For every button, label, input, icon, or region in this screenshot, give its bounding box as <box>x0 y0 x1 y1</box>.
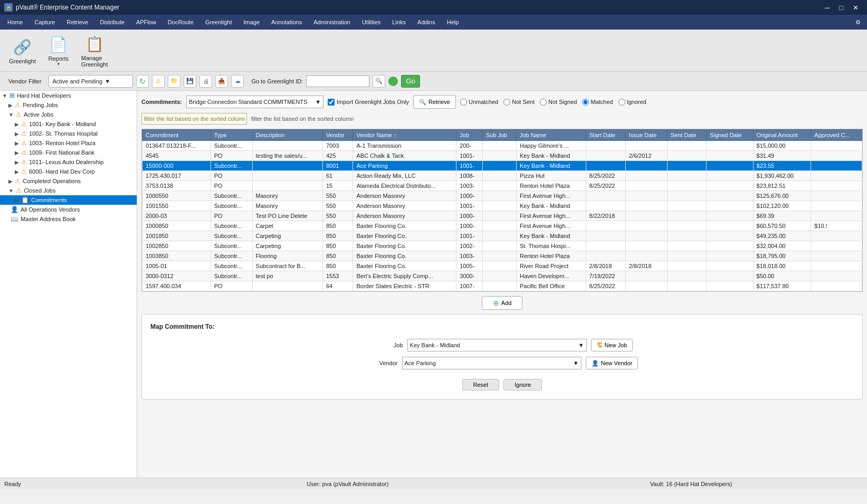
menu-docroute[interactable]: DocRoute <box>163 17 199 27</box>
sidebar-item-1009[interactable]: ▶ ⚠ 1009- First National Bank <box>0 148 137 157</box>
warning-icon[interactable]: ⚠ <box>152 75 165 88</box>
menu-image[interactable]: Image <box>239 17 265 27</box>
add-btn-label: Add <box>501 300 512 306</box>
menu-annotations[interactable]: Annotations <box>266 17 307 27</box>
sidebar-item-pending-jobs[interactable]: ▶ ⚠ Pending Jobs <box>0 100 137 110</box>
sidebar-item-closed[interactable]: ▼ ⚠ Closed Jobs <box>0 186 137 195</box>
radio-not-signed[interactable]: Not Signed <box>540 99 577 106</box>
table-row[interactable]: 1725.430.017PO61Action Ready Mix, LLC100… <box>142 171 862 181</box>
table-row[interactable]: 2000-03POTest PO Line Delete550Anderson … <box>142 211 862 221</box>
table-row[interactable]: 1000850Subcontr...Carpet850Baxter Floori… <box>142 221 862 231</box>
retrieve-button[interactable]: 🔍 Retrieve <box>413 95 456 109</box>
expand-icon-pending: ▶ <box>8 102 13 108</box>
table-row[interactable]: 3753.0138PO15Alameda Electrical Distribu… <box>142 181 862 191</box>
manage-greenlight-toolbar-button[interactable]: 📋 ManageGreenlight <box>77 33 113 69</box>
col-type[interactable]: Type <box>211 130 252 141</box>
ignore-button[interactable]: Ignore <box>503 379 542 391</box>
refresh-icon[interactable]: ↻ <box>136 75 149 88</box>
table-row[interactable]: 1001550Subcontr...Masonry550Anderson Mas… <box>142 201 862 211</box>
table-row[interactable]: 1003850Subcontr...Flooring850Baxter Floo… <box>142 251 862 261</box>
col-sent-date[interactable]: Sent Date <box>667 130 706 141</box>
col-vendor-name[interactable]: Vendor Name ↑ <box>353 130 456 141</box>
close-button[interactable]: ✕ <box>849 3 863 13</box>
table-row[interactable]: 15000-000Subcontr...8001Ace Parking1001-… <box>142 161 862 171</box>
sidebar-item-1011[interactable]: ▶ ⚠ 1011- Lexus Auto Dealership <box>0 157 137 167</box>
menu-apflow[interactable]: APFlow <box>131 17 161 27</box>
greenlight-id-input[interactable] <box>306 75 369 87</box>
table-cell: $18,795.00 <box>753 251 811 261</box>
sidebar-item-commitments[interactable]: ▶ 📋 Commitments <box>0 195 137 205</box>
reset-button[interactable]: Reset <box>462 379 500 391</box>
radio-ignored[interactable]: Ignored <box>618 99 646 106</box>
radio-unmatched[interactable]: Unmatched <box>460 99 498 106</box>
sidebar-item-1003[interactable]: ▶ ⚠ 1003- Renton Hotel Plaza <box>0 138 137 148</box>
menu-home[interactable]: Home <box>2 17 28 27</box>
import-checkbox-label[interactable]: Import Greenlight Jobs Only <box>328 99 409 106</box>
export-icon[interactable]: 📤 <box>215 75 228 88</box>
greenlight-toolbar-button[interactable]: 🔗 Greenlight <box>4 33 41 69</box>
menu-capture[interactable]: Capture <box>29 17 60 27</box>
add-button[interactable]: ⊕ Add <box>482 296 523 310</box>
menu-retrieve[interactable]: Retrieve <box>61 17 93 27</box>
sidebar-item-6000[interactable]: ▶ ⚠ 6000- Hard Hat Dev Corp <box>0 167 137 176</box>
table-row[interactable]: 3000-0312Subcontr...test po1553Bert's El… <box>142 271 862 281</box>
job-select[interactable]: Key Bank - Midland ▼ <box>407 339 587 351</box>
new-vendor-button[interactable]: 👤 New Vendor <box>586 357 639 369</box>
new-job-button[interactable]: 🏗 New Job <box>591 339 633 351</box>
maximize-button[interactable]: □ <box>835 3 847 13</box>
col-sub-job[interactable]: Sub Job <box>482 130 516 141</box>
sidebar-item-all-vendors[interactable]: 👤 All Operations Vendors <box>0 205 137 214</box>
go-button[interactable]: Go <box>401 75 420 88</box>
vendor-select[interactable]: Ace Parking ▼ <box>402 357 582 369</box>
col-commitment[interactable]: Commitment <box>142 130 211 141</box>
table-row[interactable]: 1005-01Subcontr...Subcontract for B...85… <box>142 261 862 271</box>
menu-administration[interactable]: Administration <box>308 17 356 27</box>
folder-icon[interactable]: 📁 <box>168 75 180 88</box>
menu-distribute[interactable]: Distribute <box>94 17 129 27</box>
table-cell: 1000- <box>456 191 482 201</box>
col-job-name[interactable]: Job Name <box>516 130 586 141</box>
table-cell <box>586 161 625 171</box>
menu-help[interactable]: Help <box>442 17 464 27</box>
table-cell <box>811 151 862 161</box>
job-1009-label: 1009- First National Bank <box>29 149 94 156</box>
minimize-button[interactable]: ─ <box>821 3 834 13</box>
commitments-filter-dropdown[interactable]: Bridge Connection Standard COMMITMENTS ▼ <box>186 96 323 108</box>
col-original-amount[interactable]: Original Amount <box>753 130 811 141</box>
sidebar-item-company[interactable]: ▼ ⊞ Hard Hat Developers <box>0 91 137 100</box>
table-row[interactable]: 1001850Subcontr...Carpeting850Baxter Flo… <box>142 231 862 241</box>
radio-matched[interactable]: Matched <box>582 99 613 106</box>
menu-addins[interactable]: Addins <box>412 17 441 27</box>
print-icon[interactable]: 🖨 <box>199 75 212 88</box>
filter-input[interactable] <box>141 113 247 125</box>
active-pending-dropdown[interactable]: Active and Pending ▼ <box>49 75 133 88</box>
table-row[interactable]: 4545POtesting the sales/u...425ABC Chalk… <box>142 151 862 161</box>
table-row[interactable]: 1000550Subcontr...Masonry550Anderson Mas… <box>142 191 862 201</box>
col-job[interactable]: Job <box>456 130 482 141</box>
col-approved-amount[interactable]: Approved C... <box>811 130 862 141</box>
radio-not-sent[interactable]: Not Sent <box>503 99 535 106</box>
menu-greenlight[interactable]: Greenlight <box>200 17 237 27</box>
sidebar-item-active-jobs[interactable]: ▼ ⚠ Active Jobs <box>0 110 137 119</box>
upload-icon[interactable]: ☁ <box>231 75 244 88</box>
save-icon[interactable]: 💾 <box>184 75 196 88</box>
col-issue-date[interactable]: Issue Date <box>625 130 667 141</box>
col-signed-date[interactable]: Signed Date <box>707 130 753 141</box>
import-checkbox[interactable] <box>328 99 335 106</box>
sidebar-item-completed[interactable]: ▶ ⚠ Completed Operations <box>0 176 137 186</box>
table-row[interactable]: 013647.013218-F...Subcontr...7003A-1 Tra… <box>142 141 862 151</box>
settings-icon[interactable]: ⚙ <box>851 17 865 28</box>
table-row[interactable]: 1597.400.034PO64Border States Electric -… <box>142 281 862 291</box>
sidebar-item-1001[interactable]: ▶ ⚠ 1001- Key Bank - Midland <box>0 119 137 129</box>
menu-links[interactable]: Links <box>387 17 411 27</box>
window-controls: ─ □ ✕ <box>821 3 863 13</box>
table-row[interactable]: 1002850Subcontr...Carpeting850Baxter Flo… <box>142 241 862 251</box>
search-icon[interactable]: 🔍 <box>373 75 385 88</box>
reports-toolbar-button[interactable]: 📄 Reports ▼ <box>43 33 74 69</box>
sidebar-item-1002[interactable]: ▶ ⚠ 1002- St. Thomas Hospital <box>0 129 137 138</box>
sidebar-item-address-book[interactable]: 📖 Master Address Book <box>0 214 137 224</box>
menu-utilities[interactable]: Utilities <box>357 17 386 27</box>
col-vendor[interactable]: Vendor <box>322 130 353 141</box>
col-start-date[interactable]: Start Date <box>586 130 625 141</box>
col-description[interactable]: Description <box>252 130 322 141</box>
